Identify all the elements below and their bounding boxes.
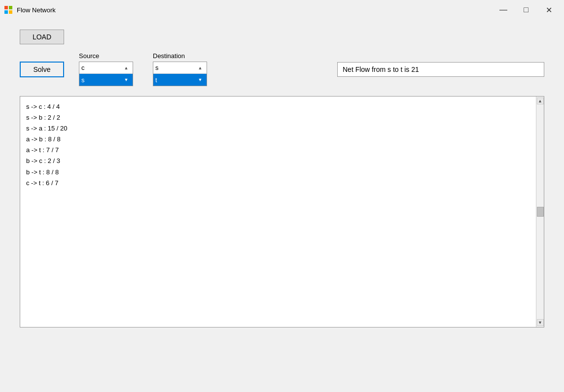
- title-bar-left: Flow Network: [4, 5, 56, 14]
- source-down-btn[interactable]: ▼: [122, 77, 131, 83]
- source-label: Source: [79, 52, 133, 60]
- destination-selected-value: t: [155, 76, 157, 84]
- source-selected-value: s: [81, 76, 85, 84]
- destination-top-value: s: [155, 64, 159, 71]
- main-content: LOAD Solve Source c ▲ s: [0, 20, 564, 392]
- solve-row: Solve Source c ▲ s ▼: [20, 52, 544, 86]
- svg-rect-2: [4, 10, 8, 14]
- controls-area: LOAD Solve Source c ▲ s: [20, 30, 544, 86]
- destination-up-btn[interactable]: ▲: [196, 65, 205, 71]
- load-button[interactable]: LOAD: [20, 30, 64, 44]
- svg-rect-3: [9, 10, 12, 14]
- source-top-row: c ▲: [79, 62, 133, 74]
- solve-button[interactable]: Solve: [20, 62, 64, 77]
- flow-list-content: s -> c : 4 / 4s -> b : 2 / 2s -> a : 15 …: [20, 97, 536, 327]
- source-up-arrow[interactable]: ▲: [122, 65, 131, 71]
- destination-top-row: s ▲: [153, 62, 207, 74]
- destination-bottom-row[interactable]: t ▼: [153, 74, 207, 86]
- destination-down-btn[interactable]: ▼: [196, 77, 205, 83]
- load-row: LOAD: [20, 30, 544, 44]
- list-item: b -> c : 2 / 3: [26, 156, 530, 166]
- destination-group: Destination s ▲ t ▼: [153, 52, 207, 86]
- flow-list-container: s -> c : 4 / 4s -> b : 2 / 2s -> a : 15 …: [20, 96, 544, 327]
- maximize-button[interactable]: □: [515, 2, 537, 18]
- destination-spinner[interactable]: s ▲ t ▼: [153, 62, 207, 86]
- scrollbar-down-arrow[interactable]: ▼: [537, 319, 544, 326]
- app-icon: [4, 5, 13, 14]
- destination-label: Destination: [153, 52, 207, 60]
- destination-up-arrow[interactable]: ▲: [196, 65, 205, 71]
- scrollbar-up-arrow[interactable]: ▲: [537, 98, 544, 104]
- list-item: a -> b : 8 / 8: [26, 134, 530, 145]
- title-bar-controls: — □ ✕: [492, 2, 560, 18]
- list-item: b -> t : 8 / 8: [26, 167, 530, 178]
- list-item: c -> t : 6 / 7: [26, 178, 530, 189]
- list-item: s -> b : 2 / 2: [26, 112, 530, 123]
- minimize-button[interactable]: —: [492, 2, 515, 18]
- source-bottom-row[interactable]: s ▼: [79, 74, 133, 86]
- list-item: s -> a : 15 / 20: [26, 123, 530, 134]
- result-text: Net Flow from s to t is 21: [343, 65, 419, 73]
- source-spinner[interactable]: c ▲ s ▼: [79, 62, 133, 86]
- title-bar-title: Flow Network: [17, 6, 56, 14]
- result-field: Net Flow from s to t is 21: [337, 62, 544, 77]
- list-item: a -> t : 7 / 7: [26, 145, 530, 156]
- svg-rect-0: [4, 6, 8, 9]
- scrollbar-thumb[interactable]: [537, 207, 544, 217]
- title-bar: Flow Network — □ ✕: [0, 0, 564, 20]
- close-button[interactable]: ✕: [537, 2, 560, 18]
- source-up-btn[interactable]: ▲: [122, 65, 131, 71]
- source-top-value: c: [81, 64, 85, 71]
- source-down-arrow[interactable]: ▼: [122, 77, 131, 83]
- destination-down-arrow[interactable]: ▼: [196, 77, 205, 83]
- source-group: Source c ▲ s ▼: [79, 52, 133, 86]
- svg-rect-1: [9, 6, 12, 9]
- list-item: s -> c : 4 / 4: [26, 101, 530, 112]
- scrollbar[interactable]: ▲ ▼: [536, 97, 544, 327]
